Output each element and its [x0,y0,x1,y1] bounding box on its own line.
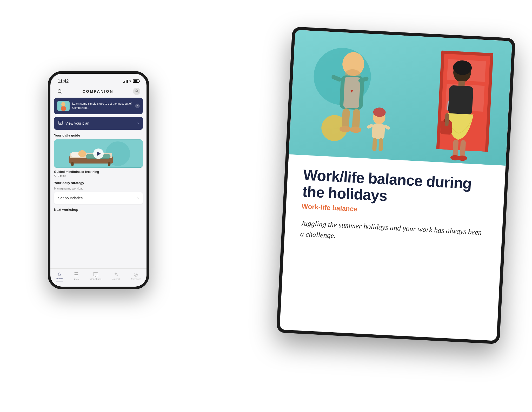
tab-journal[interactable]: ✎ Journal [112,272,120,280]
tablet-screen: ♥ [280,30,512,341]
banner-card[interactable]: Learn some simple steps to get the most … [54,98,143,114]
svg-point-44 [78,150,86,157]
svg-rect-23 [460,140,466,158]
signal-icon [123,80,128,83]
tab-home[interactable]: ⌂ Home [56,271,63,281]
svg-rect-13 [372,123,385,139]
view-plan-button[interactable]: View your plan › [54,117,143,130]
svg-point-33 [61,102,65,107]
tablet-body-text: Juggling the summer holidays and your wo… [300,217,487,249]
svg-rect-48 [93,273,98,276]
figures-illustration: ♥ [289,30,512,165]
svg-rect-5 [331,74,342,82]
phone-nav: COMPANION [50,85,147,95]
svg-rect-22 [453,139,459,158]
svg-rect-15 [378,138,383,151]
wifi-icon: ▾ [129,79,131,83]
tablet-hero-area: ♥ [289,30,512,165]
exercises-icon: ◎ [134,272,138,277]
figure-woman [439,59,476,161]
battery-icon [133,79,139,83]
svg-rect-46 [71,162,74,166]
svg-point-25 [457,155,467,161]
svg-rect-14 [372,138,377,151]
status-icons: ▾ [123,79,139,83]
plan-btn-label: View your plan [65,121,89,125]
svg-text:♥: ♥ [350,88,353,94]
tab-plan-label: Plan [74,278,79,281]
svg-rect-47 [108,162,110,166]
strategy-btn-label: Set boundaries [58,196,83,200]
svg-rect-21 [448,85,474,115]
clock-icon: ⏱ [54,174,57,177]
home-icon: ⌂ [58,271,61,277]
tablet-title: Work/life balance during the holidays [302,166,490,209]
svg-point-9 [339,126,351,132]
tab-journal-label: Journal [112,278,120,280]
svg-rect-8 [352,109,360,130]
svg-rect-28 [445,113,449,126]
guide-duration: ⏱ 9 mins [50,174,147,177]
phone-time: 11:42 [58,79,69,84]
phone-screen: 11:42 ▾ [50,74,147,287]
tab-active-indicator [56,281,63,281]
tab-workshops[interactable]: Workshops [90,272,101,280]
tab-bar: ⌂ Home ☰ Plan Workshops [50,268,147,287]
svg-rect-7 [342,108,350,129]
banner-close-icon[interactable]: ✕ [135,104,140,108]
play-button[interactable] [93,148,104,159]
banner-text: Learn some simple steps to get the most … [72,102,132,110]
svg-rect-20 [458,81,465,86]
phone-device: 11:42 ▾ [48,71,149,289]
daily-guide-label: Your daily guide [50,130,147,139]
svg-rect-34 [61,106,66,111]
search-icon[interactable] [57,88,63,94]
tab-exercises-label: Exercises [131,278,141,280]
guide-card-title: Guided mindfulness breathing [50,168,147,174]
daily-strategy-label: Your daily strategy [50,177,147,187]
guide-duration-text: 9 mins [58,174,66,177]
tab-plan[interactable]: ☰ Plan [74,271,79,281]
strategy-sub-label: Managing my workload [50,187,147,192]
figure-father: ♥ [328,51,370,133]
tab-workshops-label: Workshops [90,278,101,280]
plan-arrow-icon: › [137,121,139,126]
set-boundaries-button[interactable]: Set boundaries › [54,192,143,204]
workshops-icon [93,272,98,277]
app-title: COMPANION [82,89,113,93]
profile-icon[interactable] [133,88,140,95]
guide-card[interactable] [54,139,143,168]
plan-tab-icon: ☰ [74,271,79,278]
figure-child [365,107,391,152]
plan-btn-content: View your plan [58,120,89,126]
scene: ♥ [32,24,500,388]
tab-home-label: Home [56,277,63,280]
tab-exercises[interactable]: ◎ Exercises [131,272,141,280]
svg-point-10 [350,126,361,133]
banner-thumbnail [57,101,70,111]
plan-icon [58,120,63,126]
strategy-arrow-icon: › [137,196,139,200]
journal-icon: ✎ [114,272,118,277]
svg-line-30 [61,92,62,93]
phone-status-bar: 11:42 ▾ [50,74,147,85]
tablet-content-area: Work/life balance during the holidays Wo… [284,154,506,260]
next-workshop-label: Next workshop [50,204,147,212]
tablet-device: ♥ [276,26,516,344]
